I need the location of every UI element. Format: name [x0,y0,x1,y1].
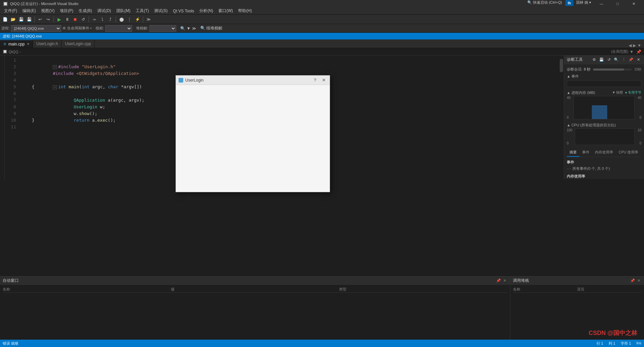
memory-title: ▲ 进程内存 (MB) [567,90,595,95]
minimize-button[interactable]: — [594,0,609,7]
auto-pin-btn[interactable]: 📌 [496,278,501,283]
diag-pin-btn[interactable]: 📌 [628,57,634,63]
diag-tabs: 摘要 事件 内存使用率 CPU 使用率 [567,148,641,157]
filepath-dropdown[interactable]: ▼ [630,49,634,54]
editor-scrollbar[interactable] [559,55,564,179]
menu-analyze[interactable]: 分析(N) [197,7,216,14]
memory-y-axis-left: 40 0 [567,96,573,119]
scrollbar-thumb[interactable] [560,59,563,72]
tab-nav-right[interactable]: ▶ [633,43,636,48]
dedicated-legend: ● 专用字节 [625,90,641,95]
call-stack-pin-btn[interactable]: 📌 [630,278,635,283]
stepout-btn[interactable]: ⤴ [107,16,114,23]
start-debug-btn[interactable]: ▶ [56,16,63,23]
save-btn[interactable]: 💾 [17,16,25,23]
cs-col-name: 名称 [513,287,577,292]
progress-bar: 进程: [24648] QtQQ.exe [0,33,644,39]
menu-file[interactable]: 文件(F) [1,7,20,14]
menu-debug[interactable]: 调试(D) [95,7,114,14]
process-select[interactable]: [24648] QtQQ.exe [11,25,61,32]
col-name: 名称 [3,287,171,292]
menu-view[interactable]: 视图(V) [38,7,57,14]
diag-settings-btn[interactable]: ⚙ [591,57,597,63]
events-icon: ⋯ [567,166,571,171]
search-icon3[interactable]: 🔍 续堆栈帧 [200,25,222,31]
memory-y-max2: 40 [635,96,641,100]
memory-chart-fill [592,105,607,119]
tab-close-main[interactable]: ✕ [27,42,29,46]
status-error: 错误 就绪 [3,341,18,346]
pin-btn[interactable]: 📌 [636,49,641,54]
search-box[interactable]: 🔍 快速启动 (Ctrl+Q) [527,0,562,7]
redo-btn[interactable]: ↪ [44,16,52,23]
maximize-button[interactable]: □ [610,0,625,7]
expand-btn[interactable]: ≫ [192,26,196,31]
menu-edit[interactable]: 编辑(E) [20,7,38,14]
diag-save-btn[interactable]: 💾 [599,57,605,63]
tab-nav-left[interactable]: ◀ [629,43,632,48]
cpu-y-min: 0 [567,141,575,145]
line-num-10: 10 [5,117,21,124]
diag-search-btn[interactable]: 🔍 [613,57,619,63]
breakpoint-btn[interactable]: ⬤ [118,16,125,23]
undo-btn[interactable]: ↩ [36,16,44,23]
exception-btn[interactable]: ⚡ [134,16,141,23]
diag-tab-cpu[interactable]: CPU 使用率 [616,148,641,157]
menu-project[interactable]: 项目(P) [57,7,76,14]
pause-btn[interactable]: ⏸ [64,16,71,23]
restart-btn[interactable]: ↺ [80,16,87,23]
diag-tab-summary[interactable]: 摘要 [567,148,579,157]
thread-btn[interactable]: ⋮ [126,16,133,23]
collapse-4[interactable]: − [53,85,57,89]
stop-btn[interactable]: ⏹ [72,16,79,23]
code-line-2: 2 #include <QtWidgets/QApplication> [5,64,559,70]
open-btn[interactable]: 📂 [9,16,17,23]
tab-userlogin-h[interactable]: UserLogin.h [33,40,62,48]
diag-more-btn[interactable]: ⋮ [621,57,627,63]
stackframe-select[interactable] [149,25,176,32]
save-all-btn[interactable]: 💾 [25,16,33,23]
diag-tab-memory[interactable]: 内存使用率 [592,148,616,157]
user-avatar-display: Ih [565,0,573,6]
call-stack-close-btn[interactable]: ✕ [636,278,641,283]
lifecycle-icon: ⚙ [63,26,66,30]
events-title: ▲ 事件 [567,74,641,79]
user-name-display[interactable]: 国林 姚 ▾ [574,0,593,7]
cpu-section: ▲ CPU (所有处理器的百分比) 100 0 10 0 [567,123,641,145]
more-btn[interactable]: ≫ [145,16,152,23]
menu-test[interactable]: 测试(S) [151,7,170,14]
sep1 [34,16,35,22]
menu-qt[interactable]: Qt VS Tools [170,8,197,14]
status-char: 字符 1 [621,341,631,346]
session-end: 10秒 [634,67,641,72]
new-project-btn[interactable]: 📄 [1,16,9,23]
thread-select[interactable] [105,25,132,32]
diag-tab-events[interactable]: 事件 [579,148,592,157]
stepin-btn[interactable]: ⤵ [99,16,106,23]
events-chart [567,80,641,87]
diag-close-btn[interactable]: ✕ [635,57,641,63]
title-bar-title: QtQQ (正在运行) - Microsoft Visual Studio [10,1,79,6]
diag-content: 诊断会话: 8 秒 10秒 ▲ 事件 ▲ 进程内存 (MB) ▼ 快照 ● 专用 [564,64,644,179]
status-ins: Ins [636,341,641,346]
progress-text: 进程: [24648] QtQQ.exe [3,34,42,39]
summary-content: 事件 ⋯ 所有事件(0 个, 共 0 个) 内存使用率 ⬤ ● 拍取快照 ⬛ ■… [567,160,641,179]
tab-userlogin-cpp[interactable]: UserLogin.cpp [62,40,94,48]
float-close-btn[interactable]: ✕ [320,77,327,84]
close-button[interactable]: ✕ [626,0,641,7]
main-toolbar: 📄 📂 💾 💾 ↩ ↪ ▶ ⏸ ⏹ ↺ ⤼ ⤵ ⤴ ⬤ ⋮ ⚡ ≫ [0,15,644,24]
tab-dropdown[interactable]: ▼ [637,43,641,48]
diag-refresh-btn[interactable]: ↺ [606,57,612,63]
menu-help[interactable]: 帮助(H) [235,7,254,14]
float-help-btn[interactable]: ? [312,77,318,84]
menu-tools[interactable]: 工具(T) [133,7,151,14]
tab-icon-main: ⚙ [3,42,6,46]
sep2 [53,16,54,22]
menu-build[interactable]: 生成(B) [76,7,95,14]
menu-team[interactable]: 团队(M) [114,7,133,14]
menu-window[interactable]: 窗口(W) [216,7,235,14]
auto-close-btn[interactable]: ✕ [502,278,507,283]
tab-main-cpp[interactable]: ⚙ main.cpp ✕ [0,40,33,48]
memory-y-min: 0 [567,116,573,119]
stepover-btn[interactable]: ⤼ [91,16,98,23]
